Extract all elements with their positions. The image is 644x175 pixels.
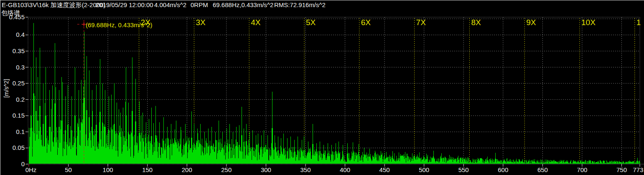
vibration-analysis-window: E-GB103\3V\16k 加速度波形(2-2000) 2019/05/29 … bbox=[0, 0, 644, 175]
x-tick-label: 100 bbox=[103, 166, 113, 173]
fft-spectrum-path bbox=[29, 23, 640, 164]
x-tick-label: 0Hz bbox=[25, 166, 37, 173]
harmonic-cursors: 2X3X4X5X6X7X8X9X10X1 bbox=[139, 18, 641, 164]
harmonic-label-11x: 1 bbox=[636, 18, 641, 27]
x-tick-label: 750 bbox=[616, 166, 627, 173]
y-tick-label: 0.05 bbox=[13, 144, 25, 151]
x-tick-label: 400 bbox=[340, 166, 350, 173]
x-tick-label: 450 bbox=[379, 166, 390, 173]
y-tick-label: 0.2 bbox=[16, 96, 25, 103]
x-tick-label: 700 bbox=[577, 166, 587, 173]
axes bbox=[25, 17, 640, 167]
harmonic-label-7x: 7X bbox=[416, 18, 426, 27]
x-tick-label: 500 bbox=[419, 166, 429, 173]
y-tick-label: 0.4 bbox=[16, 31, 25, 38]
x-tick-label: 300 bbox=[261, 166, 271, 173]
harmonic-label-9x: 9X bbox=[526, 18, 536, 27]
x-tick-label: 200 bbox=[182, 166, 192, 173]
x-tick-label: 50 bbox=[65, 166, 72, 173]
y-tick-label: 0.25 bbox=[13, 80, 25, 87]
x-tick-label: 250 bbox=[221, 166, 232, 173]
harmonic-label-5x: 5X bbox=[306, 18, 316, 27]
x-tick-label: 350 bbox=[300, 166, 311, 173]
spectrum-trace bbox=[29, 23, 640, 164]
x-tick-label: 773 bbox=[633, 166, 643, 173]
x-tick-label: 650 bbox=[537, 166, 548, 173]
x-tick-label: 550 bbox=[458, 166, 469, 173]
harmonic-label-6x: 6X bbox=[361, 18, 371, 27]
x-tick-label: 150 bbox=[142, 166, 153, 173]
y-tick-label: 0.15 bbox=[13, 112, 25, 119]
y-tick-label: 0.35 bbox=[13, 47, 25, 54]
y-tick-label: 0 bbox=[21, 160, 25, 167]
y-tick-label: 0.455 bbox=[9, 13, 25, 21]
cursor-annotation: (69.688Hz, 0.433m/s^2) bbox=[86, 21, 153, 28]
y-tick-label: 0.1 bbox=[16, 128, 25, 135]
harmonic-label-8x: 8X bbox=[471, 18, 481, 27]
harmonic-label-10x: 10X bbox=[581, 18, 596, 27]
y-tick-label: 0.3 bbox=[16, 64, 25, 71]
harmonic-label-4x: 4X bbox=[251, 18, 261, 27]
harmonic-label-3x: 3X bbox=[196, 18, 206, 27]
x-tick-label: 600 bbox=[498, 166, 508, 173]
